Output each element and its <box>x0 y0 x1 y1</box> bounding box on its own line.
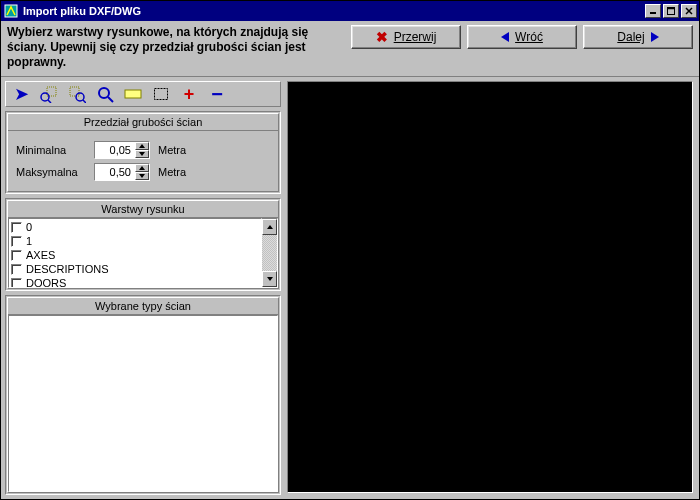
checkbox-icon[interactable] <box>11 236 22 247</box>
next-label: Dalej <box>617 30 644 44</box>
nav-buttons: ✖ Przerwij Wróć Dalej <box>351 25 693 49</box>
thickness-header: Przedział grubości ścian <box>8 114 278 131</box>
window-title: Import pliku DXF/DWG <box>23 5 643 17</box>
titlebar[interactable]: Import pliku DXF/DWG <box>1 1 699 21</box>
svg-rect-14 <box>125 90 141 98</box>
next-button[interactable]: Dalej <box>583 25 693 49</box>
maximize-button[interactable] <box>663 4 679 18</box>
svg-line-8 <box>48 100 51 103</box>
scroll-track[interactable] <box>262 235 277 271</box>
layers-panel: Warstwy rysunku 0 1 AXES DESCRIPTIONS DO… <box>5 198 281 291</box>
header-row: Wybierz warstwy rysunkowe, na których zn… <box>1 21 699 77</box>
next-icon <box>651 32 659 42</box>
checkbox-icon[interactable] <box>11 278 22 289</box>
list-item[interactable]: AXES <box>11 248 259 262</box>
back-label: Wróć <box>515 30 543 44</box>
select-rect-icon[interactable] <box>150 84 172 104</box>
checkbox-icon[interactable] <box>11 250 22 261</box>
fit-view-icon[interactable] <box>122 84 144 104</box>
scroll-up-button[interactable] <box>262 219 277 235</box>
window-controls <box>643 4 697 18</box>
svg-line-13 <box>108 97 113 102</box>
walltypes-panel: Wybrane typy ścian <box>5 295 281 495</box>
walltypes-listbox[interactable] <box>8 315 278 492</box>
walltypes-header: Wybrane typy ścian <box>8 298 278 315</box>
svg-point-10 <box>76 93 84 101</box>
list-item[interactable]: 0 <box>11 220 259 234</box>
body: ➤ + − Przedział grubości ścian Minimalna <box>1 77 699 499</box>
pointer-tool-icon[interactable]: ➤ <box>10 84 32 104</box>
cancel-icon: ✖ <box>376 29 388 45</box>
svg-point-7 <box>41 93 49 101</box>
svg-line-11 <box>83 100 86 103</box>
max-spin-up[interactable] <box>135 164 149 172</box>
max-spin-down[interactable] <box>135 172 149 180</box>
instruction-text: Wybierz warstwy rysunkowe, na których zn… <box>7 25 351 70</box>
checkbox-icon[interactable] <box>11 264 22 275</box>
min-thickness-row: Minimalna Metra <box>16 141 270 159</box>
zoom-icon[interactable] <box>94 84 116 104</box>
zoom-area-in-icon[interactable] <box>38 84 60 104</box>
max-unit: Metra <box>158 166 198 178</box>
back-button[interactable]: Wróć <box>467 25 577 49</box>
plus-icon[interactable]: + <box>178 84 200 104</box>
close-button[interactable] <box>681 4 697 18</box>
max-label: Maksymalna <box>16 166 86 178</box>
layers-listbox[interactable]: 0 1 AXES DESCRIPTIONS DOORS <box>8 218 262 288</box>
view-toolbar: ➤ + − <box>5 81 281 107</box>
layers-header: Warstwy rysunku <box>8 201 278 218</box>
list-item[interactable]: 1 <box>11 234 259 248</box>
scroll-down-button[interactable] <box>262 271 277 287</box>
minus-icon[interactable]: − <box>206 84 228 104</box>
drawing-preview[interactable] <box>287 81 693 493</box>
minimize-button[interactable] <box>645 4 661 18</box>
min-thickness-input[interactable] <box>95 142 135 158</box>
svg-point-12 <box>99 88 109 98</box>
back-icon <box>501 32 509 42</box>
min-spin-up[interactable] <box>135 142 149 150</box>
list-item[interactable]: DESCRIPTIONS <box>11 262 259 276</box>
checkbox-icon[interactable] <box>11 222 22 233</box>
min-thickness-spinner[interactable] <box>94 141 150 159</box>
max-thickness-input[interactable] <box>95 164 135 180</box>
layers-scrollbar[interactable] <box>262 218 278 288</box>
cancel-button[interactable]: ✖ Przerwij <box>351 25 461 49</box>
svg-rect-15 <box>155 89 168 100</box>
min-unit: Metra <box>158 144 198 156</box>
thickness-panel: Przedział grubości ścian Minimalna <box>5 111 281 194</box>
list-item[interactable]: DOORS <box>11 276 259 288</box>
app-icon <box>3 3 19 19</box>
left-panel: ➤ + − Przedział grubości ścian Minimalna <box>1 77 285 499</box>
max-thickness-row: Maksymalna Metra <box>16 163 270 181</box>
import-dxf-window: Import pliku DXF/DWG Wybierz warstwy rys… <box>0 0 700 500</box>
min-spin-down[interactable] <box>135 150 149 158</box>
zoom-area-out-icon[interactable] <box>66 84 88 104</box>
min-label: Minimalna <box>16 144 86 156</box>
max-thickness-spinner[interactable] <box>94 163 150 181</box>
cancel-label: Przerwij <box>394 30 437 44</box>
